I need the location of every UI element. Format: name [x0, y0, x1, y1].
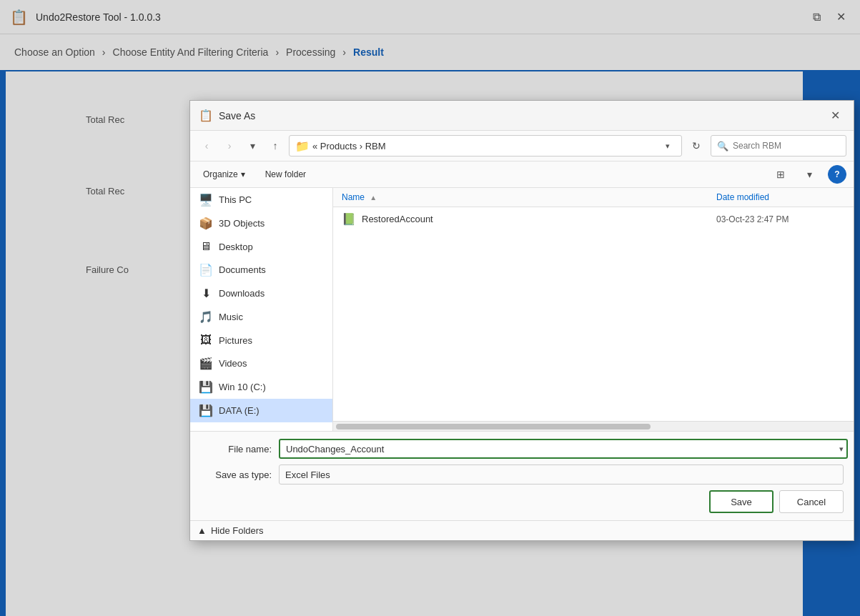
file-name: RestoredAccount — [362, 214, 711, 224]
win10-c-icon: 💾 — [199, 380, 213, 394]
data-e-label: DATA (E:) — [219, 405, 260, 416]
savetype-label: Save as type: — [200, 470, 272, 480]
nav-panel: 🖥️ This PC 📦 3D Objects 🖥 Desktop 📄 Docu… — [190, 188, 333, 431]
dialog-close-button[interactable]: ✕ — [825, 106, 845, 126]
hide-folders-label: Hide Folders — [211, 525, 264, 536]
file-list-header: Name ▲ Date modified — [333, 188, 854, 207]
file-panel: Name ▲ Date modified 📗 RestoredAccount 0… — [333, 188, 854, 431]
hide-folders-row[interactable]: ▲ Hide Folders — [190, 520, 854, 540]
organize-button[interactable]: Organize ▾ — [197, 167, 251, 182]
pictures-label: Pictures — [219, 335, 252, 346]
dialog-body: 🖥️ This PC 📦 3D Objects 🖥 Desktop 📄 Docu… — [190, 188, 854, 431]
scrollbar-thumb — [336, 424, 651, 429]
nav-item-3d-objects[interactable]: 📦 3D Objects — [190, 212, 332, 235]
back-button[interactable]: ‹ — [197, 136, 216, 155]
downloads-label: Downloads — [219, 288, 265, 299]
nav-item-data-e[interactable]: 💾 DATA (E:) — [190, 399, 332, 422]
dialog-title-text: Save As — [219, 110, 255, 121]
horizontal-scrollbar[interactable] — [333, 421, 854, 431]
filename-row: File name: ▾ — [200, 439, 844, 459]
nav-item-documents[interactable]: 📄 Documents — [190, 258, 332, 282]
dialog-commandbar: Organize ▾ New folder ⊞ ▾ ? — [190, 162, 854, 188]
forward-button[interactable]: › — [220, 136, 239, 155]
up-button[interactable]: ↑ — [266, 136, 285, 155]
search-icon: 🔍 — [717, 141, 728, 151]
help-button[interactable]: ? — [828, 165, 846, 184]
data-e-icon: 💾 — [199, 404, 213, 417]
file-excel-icon: 📗 — [342, 212, 356, 226]
nav-item-music[interactable]: 🎵 Music — [190, 305, 332, 329]
videos-icon: 🎬 — [199, 357, 213, 370]
new-folder-button[interactable]: New folder — [260, 167, 312, 182]
documents-label: Documents — [219, 264, 266, 275]
nav-item-desktop[interactable]: 🖥 Desktop — [190, 235, 332, 258]
footer-buttons: Save Cancel — [200, 490, 844, 513]
nav-item-videos[interactable]: 🎬 Videos — [190, 352, 332, 375]
win10-c-label: Win 10 (C:) — [219, 382, 266, 392]
path-dropdown-button[interactable]: ▾ — [660, 138, 676, 154]
downloads-icon: ⬇ — [199, 287, 213, 300]
dialog-title-icon: 📋 — [199, 109, 213, 122]
desktop-icon: 🖥 — [199, 240, 213, 253]
this-pc-label: This PC — [219, 194, 252, 205]
3d-objects-icon: 📦 — [199, 217, 213, 230]
hide-folders-icon: ▲ — [197, 525, 207, 536]
path-text: « Products › RBM — [312, 141, 657, 151]
file-date: 03-Oct-23 2:47 PM — [716, 214, 845, 224]
search-bar[interactable]: 🔍 — [711, 135, 846, 157]
music-icon: 🎵 — [199, 310, 213, 324]
path-folder-icon: 📁 — [295, 139, 310, 153]
dialog-toolbar: ‹ › ▾ ↑ 📁 « Products › RBM ▾ ↻ 🔍 — [190, 131, 854, 162]
save-as-dialog: 📋 Save As ✕ ‹ › ▾ ↑ 📁 « Products › RBM ▾… — [189, 100, 854, 541]
dialog-title-left: 📋 Save As — [199, 109, 255, 122]
documents-icon: 📄 — [199, 263, 213, 277]
col-header-date[interactable]: Date modified — [716, 192, 845, 202]
refresh-button[interactable]: ↻ — [686, 136, 706, 156]
filename-label: File name: — [200, 444, 272, 454]
this-pc-icon: 🖥️ — [199, 193, 213, 207]
view-button[interactable]: ⊞ — [771, 164, 791, 184]
desktop-label: Desktop — [219, 242, 253, 252]
view-dropdown-button[interactable]: ▾ — [799, 164, 819, 184]
videos-label: Videos — [219, 358, 247, 369]
nav-item-downloads[interactable]: ⬇ Downloads — [190, 282, 332, 305]
sort-indicator: ▲ — [370, 194, 377, 202]
save-button[interactable]: Save — [709, 490, 773, 513]
savetype-select[interactable]: Excel Files — [279, 465, 844, 485]
savetype-row: Save as type: Excel Files — [200, 465, 844, 485]
nav-item-win10-c[interactable]: 💾 Win 10 (C:) — [190, 375, 332, 399]
music-label: Music — [219, 312, 243, 322]
dropdown-arrow-button[interactable]: ▾ — [243, 136, 262, 155]
file-list: 📗 RestoredAccount 03-Oct-23 2:47 PM — [333, 207, 854, 421]
path-bar[interactable]: 📁 « Products › RBM ▾ — [289, 135, 682, 157]
file-row[interactable]: 📗 RestoredAccount 03-Oct-23 2:47 PM — [333, 207, 854, 231]
filename-input[interactable] — [279, 439, 848, 459]
pictures-icon: 🖼 — [199, 334, 213, 347]
dialog-footer: File name: ▾ Save as type: Excel Files S… — [190, 431, 854, 520]
dialog-titlebar: 📋 Save As ✕ — [190, 101, 854, 131]
nav-item-pictures[interactable]: 🖼 Pictures — [190, 329, 332, 352]
filename-dropdown-icon: ▾ — [839, 444, 844, 454]
cancel-button[interactable]: Cancel — [779, 490, 844, 513]
search-input[interactable] — [733, 141, 840, 151]
col-header-name[interactable]: Name ▲ — [342, 192, 716, 202]
nav-item-this-pc[interactable]: 🖥️ This PC — [190, 188, 332, 212]
3d-objects-label: 3D Objects — [219, 218, 265, 229]
